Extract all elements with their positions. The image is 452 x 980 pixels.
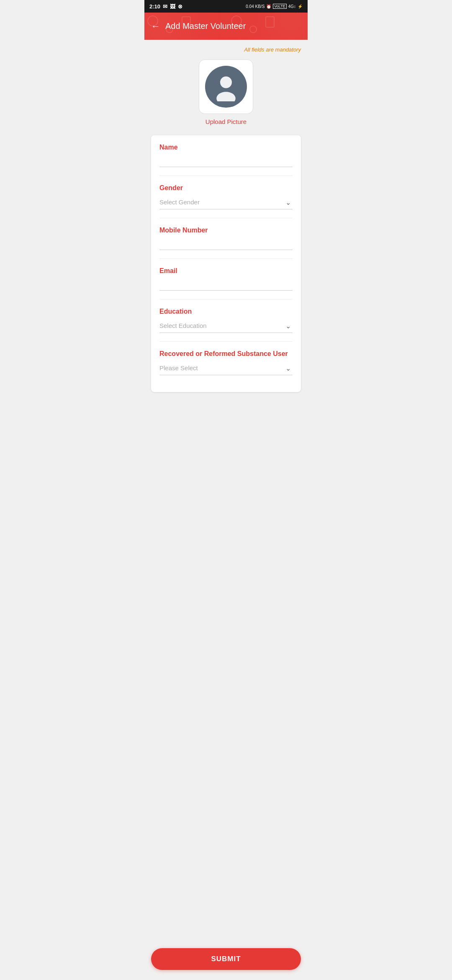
gender-select-wrapper: Select Gender Male Female Other ⌄ (159, 195, 293, 209)
education-label: Education (159, 308, 293, 315)
substance-select-wrapper: Please Select Yes No ⌄ (159, 361, 293, 375)
svg-point-1 (216, 92, 236, 101)
status-bar: 2:10 ✉ 🖼 ⊗ 0.04 KB/S ⏰ VoLTE 4G↕ ⚡ (144, 0, 308, 13)
time-display: 2:10 (149, 3, 160, 10)
mobile-input[interactable] (159, 237, 293, 250)
email-field-group: Email (159, 267, 293, 291)
avatar-section: Upload Picture (151, 59, 301, 125)
status-right: 0.04 KB/S ⏰ VoLTE 4G↕ ⚡ (246, 4, 303, 9)
divider-2 (159, 218, 293, 218)
substance-user-field-group: Recovered or Reformed Substance User Ple… (159, 350, 293, 375)
page-title: Add Master Volunteer (165, 21, 246, 31)
gender-field-group: Gender Select Gender Male Female Other ⌄ (159, 184, 293, 209)
name-field-group: Name (159, 144, 293, 167)
app-header: ← Add Master Volunteer (144, 13, 308, 40)
battery-icon: ⚡ (298, 4, 303, 9)
divider-4 (159, 299, 293, 299)
signal-icon: 4G↕ (288, 4, 296, 9)
svg-point-0 (220, 77, 232, 88)
status-time: 2:10 ✉ 🖼 ⊗ (149, 3, 182, 10)
divider-5 (159, 341, 293, 342)
network-speed: 0.04 KB/S (246, 4, 265, 9)
divider-1 (159, 175, 293, 176)
mandatory-note: All fields are mandatory (151, 46, 301, 53)
divider-3 (159, 258, 293, 259)
education-field-group: Education Select Education Primary Secon… (159, 308, 293, 333)
form-card: Name Gender Select Gender Male Female Ot… (151, 135, 301, 392)
mobile-field-group: Mobile Number (159, 227, 293, 250)
upload-picture-label[interactable]: Upload Picture (205, 118, 247, 125)
avatar-circle (205, 66, 247, 108)
name-label: Name (159, 144, 293, 151)
gender-select[interactable]: Select Gender Male Female Other (159, 195, 293, 209)
email-label: Email (159, 267, 293, 275)
education-select[interactable]: Select Education Primary Secondary Gradu… (159, 319, 293, 333)
mobile-label: Mobile Number (159, 227, 293, 234)
gender-label: Gender (159, 184, 293, 192)
image-icon: 🖼 (170, 3, 175, 10)
name-input[interactable] (159, 155, 293, 167)
alarm-icon: ⏰ (266, 4, 271, 9)
avatar-upload-container[interactable] (199, 59, 253, 114)
substance-user-select[interactable]: Please Select Yes No (159, 361, 293, 375)
circle-icon: ⊗ (178, 3, 182, 10)
substance-user-label: Recovered or Reformed Substance User (159, 350, 293, 358)
person-icon (211, 72, 241, 101)
email-icon: ✉ (163, 3, 167, 10)
back-button[interactable]: ← (151, 22, 160, 31)
main-content: All fields are mandatory Upload Picture … (144, 40, 308, 434)
email-input[interactable] (159, 278, 293, 291)
volte-icon: VoLTE (273, 4, 286, 9)
education-select-wrapper: Select Education Primary Secondary Gradu… (159, 319, 293, 333)
